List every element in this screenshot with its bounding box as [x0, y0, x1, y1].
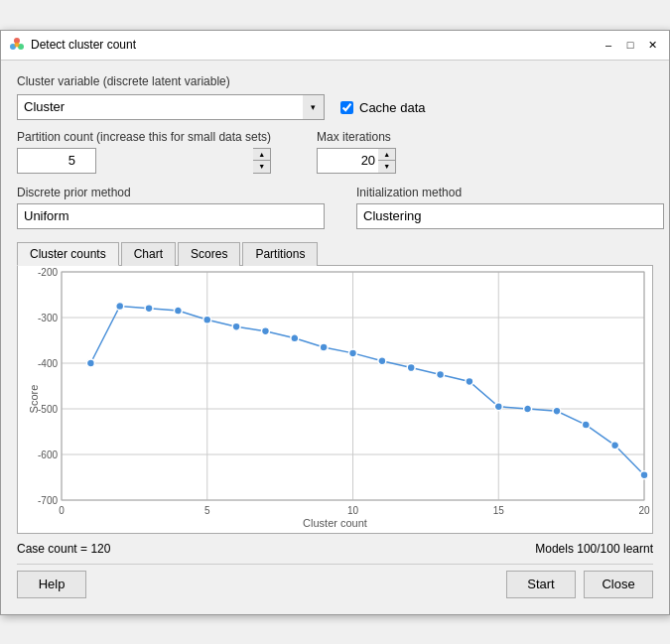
svg-text:20: 20 — [638, 505, 650, 516]
footer-buttons: Help Start Close — [17, 564, 653, 602]
svg-point-45 — [582, 421, 590, 429]
svg-text:15: 15 — [493, 505, 505, 516]
svg-point-40 — [437, 370, 445, 378]
svg-point-31 — [174, 307, 182, 315]
svg-point-35 — [291, 333, 299, 341]
svg-point-30 — [145, 304, 153, 312]
svg-point-34 — [261, 326, 269, 334]
max-iterations-spinbox-buttons: ▲ ▼ — [378, 148, 396, 174]
svg-point-3 — [15, 43, 20, 48]
svg-text:10: 10 — [347, 505, 359, 516]
svg-point-41 — [466, 377, 473, 385]
max-iterations-label: Max iterations — [317, 130, 396, 144]
svg-point-39 — [407, 363, 415, 371]
tab-partitions[interactable]: Partitions — [242, 242, 318, 266]
svg-text:0: 0 — [59, 505, 65, 516]
svg-text:-500: -500 — [38, 404, 58, 415]
initialization-input[interactable] — [356, 203, 664, 229]
svg-point-37 — [349, 348, 357, 356]
window-controls: – □ ✕ — [600, 36, 661, 54]
case-count-text: Case count = 120 — [17, 542, 110, 556]
partition-count-input[interactable] — [17, 148, 96, 174]
maximize-button[interactable]: □ — [621, 36, 639, 54]
tab-cluster-counts[interactable]: Cluster counts — [17, 242, 119, 266]
chart-svg: -200-300-400-500-600-70005101520 — [62, 272, 644, 500]
svg-text:-700: -700 — [38, 495, 58, 506]
svg-text:-600: -600 — [38, 450, 58, 460]
partition-count-up-btn[interactable]: ▲ — [253, 148, 271, 161]
svg-point-29 — [116, 302, 124, 310]
models-learnt-text: Models 100/100 learnt — [535, 542, 653, 556]
max-iterations-down-btn[interactable]: ▼ — [378, 160, 396, 174]
svg-point-43 — [524, 405, 532, 413]
svg-text:5: 5 — [204, 505, 210, 516]
cache-data-label[interactable]: Cache data — [359, 100, 426, 115]
cluster-variable-label: Cluster variable (discrete latent variab… — [17, 74, 653, 88]
cache-data-checkbox[interactable] — [340, 101, 353, 114]
content-area: Cluster variable (discrete latent variab… — [1, 61, 669, 614]
close-button[interactable]: Close — [584, 571, 653, 598]
svg-point-42 — [494, 402, 502, 410]
cache-data-group: Cache data — [340, 94, 426, 115]
app-icon — [9, 37, 25, 53]
window-title: Detect cluster count — [31, 38, 600, 52]
svg-point-28 — [86, 359, 94, 367]
svg-point-33 — [232, 322, 240, 330]
svg-point-46 — [611, 441, 619, 449]
tab-scores[interactable]: Scores — [178, 242, 240, 266]
initialization-label: Initialization method — [356, 186, 664, 199]
x-axis-label: Cluster count — [303, 517, 367, 529]
svg-point-32 — [203, 316, 211, 323]
svg-point-47 — [640, 470, 648, 478]
svg-point-44 — [553, 407, 561, 415]
title-bar: Detect cluster count – □ ✕ — [1, 31, 669, 61]
svg-point-36 — [320, 342, 328, 350]
partition-count-spinbox-buttons: ▲ ▼ — [253, 148, 271, 174]
tabs-bar: Cluster counts Chart Scores Partitions — [17, 241, 653, 266]
svg-text:-300: -300 — [38, 313, 58, 323]
cluster-variable-dropdown[interactable]: Cluster — [17, 94, 325, 120]
main-window: Detect cluster count – □ ✕ Cluster varia… — [0, 30, 670, 615]
discrete-prior-input[interactable] — [17, 203, 325, 229]
close-window-button[interactable]: ✕ — [643, 36, 661, 54]
tab-chart[interactable]: Chart — [121, 242, 176, 266]
help-button[interactable]: Help — [17, 571, 86, 598]
svg-text:-200: -200 — [38, 267, 58, 278]
chart-panel: Score -200-300-400-500-600-70005101520 C… — [17, 266, 653, 534]
minimize-button[interactable]: – — [600, 36, 617, 54]
partition-count-label: Partition count (increase this for small… — [17, 130, 271, 144]
partition-count-down-btn[interactable]: ▼ — [253, 160, 271, 174]
discrete-prior-label: Discrete prior method — [17, 186, 325, 199]
max-iterations-up-btn[interactable]: ▲ — [378, 148, 396, 161]
start-button[interactable]: Start — [506, 571, 576, 598]
svg-text:-400: -400 — [38, 358, 58, 369]
svg-point-38 — [378, 356, 386, 364]
footer-info: Case count = 120 Models 100/100 learnt — [17, 534, 653, 560]
